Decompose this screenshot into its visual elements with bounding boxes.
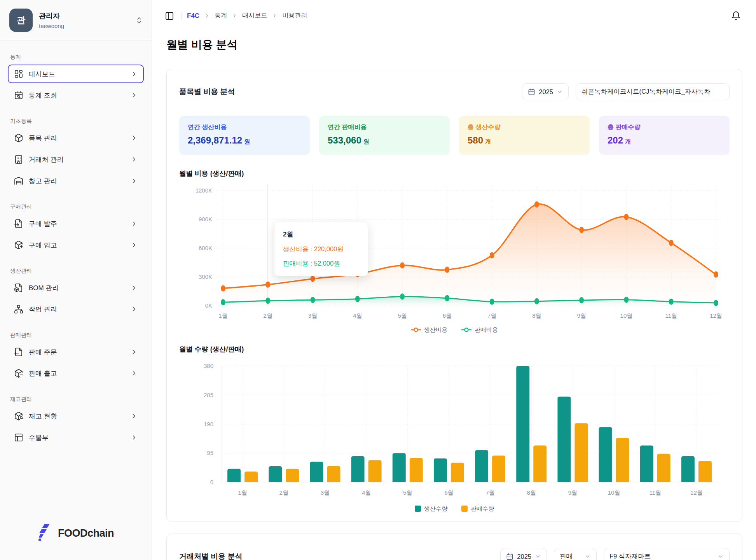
item-cost-card: 품목별 비용 분석 2025 쉬폰녹차케이크시트(CJ녹차케이크_자사녹차 xyxy=(166,69,742,522)
sidebar-item-label: 구매 입고 xyxy=(29,241,125,250)
nav-section-label: 판매관리 xyxy=(10,332,141,339)
sidebar-item-label: 재고 현황 xyxy=(29,412,125,421)
svg-text:6월: 6월 xyxy=(444,489,453,496)
sidebar-item-dashboard[interactable]: 대시보드 xyxy=(8,65,144,83)
item-select[interactable]: 쉬폰녹차케이크시트(CJ녹차케이크_자사녹차 xyxy=(576,83,730,100)
warehouse-icon xyxy=(14,176,23,186)
stat-label: 총 생산수량 xyxy=(468,123,581,131)
stat-value: 580개 xyxy=(468,135,581,146)
sidebar-item-purchase-inbound[interactable]: 구매 입고 xyxy=(8,236,144,254)
file-output-icon xyxy=(14,347,23,357)
sidebar-item-label: 수불부 xyxy=(29,433,125,442)
sidebar-item-client-management[interactable]: 거래처 관리 xyxy=(8,150,144,169)
sidebar-item-purchase-order[interactable]: 구매 발주 xyxy=(8,214,144,233)
breadcrumb-item[interactable]: 비용관리 xyxy=(282,12,307,20)
sidebar-item-ledger[interactable]: 수불부 xyxy=(8,428,144,447)
stat-unit: 원 xyxy=(244,138,250,145)
svg-text:11월: 11월 xyxy=(649,489,661,496)
svg-text:2월: 2월 xyxy=(264,312,272,319)
sidebar-item-stats-query[interactable]: 통계 조회 xyxy=(8,86,144,105)
chevron-right-icon xyxy=(131,156,138,163)
nav-section-label: 기초등록 xyxy=(10,118,141,125)
tooltip-production-cost: 생산비용 : 220,000원 xyxy=(283,244,359,254)
chevron-right-icon xyxy=(131,370,138,377)
chevron-down-icon xyxy=(585,553,591,560)
calendar-icon xyxy=(506,553,513,560)
notifications-button[interactable] xyxy=(730,9,742,22)
app-root: 관 관리자 taewoong 통계대시보드통계 조회기초등록품목 관리거래처 관… xyxy=(0,0,756,560)
line-chart-canvas: 0K300K600K900K1200K1월2월3월4월5월6월7월8월9월10월… xyxy=(179,179,730,338)
year-select[interactable]: 2025 xyxy=(522,83,569,100)
chevron-right-icon xyxy=(131,92,138,99)
sidebar-item-label: 대시보드 xyxy=(29,70,125,79)
stat-card-1: 연간 판매비용533,060원 xyxy=(319,116,450,155)
stat-card-0: 연간 생산비용2,369,871.12원 xyxy=(179,116,310,155)
svg-text:12월: 12월 xyxy=(690,489,703,496)
svg-text:12월: 12월 xyxy=(710,312,722,319)
main-content: F4C 통계대시보드비용관리 월별 비용 분석 품목별 비용 분석 2025 xyxy=(152,0,756,560)
svg-text:3월: 3월 xyxy=(321,489,330,496)
stat-card-2: 총 생산수량580개 xyxy=(459,116,590,155)
package-plus-icon xyxy=(14,240,23,250)
monthly-qty-chart[interactable]: 0951902853801월2월3월4월5월6월7월8월9월10월11월12월생… xyxy=(179,355,730,516)
svg-text:1200K: 1200K xyxy=(196,187,212,194)
svg-text:생산수량: 생산수량 xyxy=(424,505,448,512)
chevron-down-icon xyxy=(557,89,563,95)
svg-text:1월: 1월 xyxy=(238,489,247,496)
user-menu[interactable]: 관 관리자 taewoong xyxy=(9,9,143,32)
breadcrumb-item[interactable]: 통계 xyxy=(215,12,227,20)
sidebar-item-sales-outbound[interactable]: 판매 출고 xyxy=(8,364,144,383)
package-search-icon xyxy=(14,411,23,421)
sidebar-item-label: 판매 출고 xyxy=(29,369,125,378)
chevron-right-icon xyxy=(131,70,138,77)
sidebar-item-inventory-status[interactable]: 재고 현황 xyxy=(8,407,144,425)
sidebar-item-item-management[interactable]: 품목 관리 xyxy=(8,129,144,147)
sidebar-toggle-button[interactable] xyxy=(163,10,176,22)
chevron-right-icon xyxy=(131,413,138,420)
card-title: 품목별 비용 분석 xyxy=(179,87,235,97)
stat-value: 533,060원 xyxy=(328,135,441,146)
monthly-cost-chart[interactable]: 0K300K600K900K1200K1월2월3월4월5월6월7월8월9월10월… xyxy=(179,179,730,338)
chevron-right-icon xyxy=(131,434,138,441)
sidebar-item-label: 통계 조회 xyxy=(29,91,125,100)
client-year-value: 2025 xyxy=(517,553,531,560)
sidebar-item-bom-management[interactable]: BOM 관리 xyxy=(8,278,144,297)
sidebar-item-sales-order[interactable]: 판매 주문 xyxy=(8,343,144,361)
stat-cards: 연간 생산비용2,369,871.12원연간 판매비용533,060원총 생산수… xyxy=(179,116,730,155)
sidebar-item-warehouse-management[interactable]: 창고 관리 xyxy=(8,172,144,190)
building-icon xyxy=(14,155,23,164)
svg-text:900K: 900K xyxy=(199,216,212,222)
svg-text:8월: 8월 xyxy=(532,312,541,319)
stat-card-3: 총 판매수량202개 xyxy=(599,116,730,155)
sidebar-item-label: 구매 발주 xyxy=(29,219,125,228)
tooltip-month: 2월 xyxy=(283,230,359,239)
item-cost-card-header: 품목별 비용 분석 2025 쉬폰녹차케이크시트(CJ녹차케이크_자사녹차 xyxy=(179,83,730,100)
sidebar-item-work-management[interactable]: 작업 관리 xyxy=(8,300,144,318)
breadcrumb-item[interactable]: 대시보드 xyxy=(242,12,267,20)
svg-text:8월: 8월 xyxy=(527,489,536,496)
svg-text:판매수량: 판매수량 xyxy=(471,505,494,512)
svg-text:380: 380 xyxy=(204,362,213,369)
file-box-icon xyxy=(14,283,23,292)
breadcrumb-brand[interactable]: F4C xyxy=(187,12,199,20)
chevron-down-icon xyxy=(718,553,724,560)
svg-text:600K: 600K xyxy=(199,245,212,251)
bar-chart-title: 월별 수량 (생산/판매) xyxy=(179,345,730,354)
sidebar-item-label: 작업 관리 xyxy=(29,305,125,314)
sidebar-nav: 통계대시보드통계 조회기초등록품목 관리거래처 관리창고 관리구매관리구매 발주… xyxy=(0,40,152,508)
chevron-right-icon xyxy=(131,306,138,313)
svg-text:2월: 2월 xyxy=(279,489,288,496)
client-year-select[interactable]: 2025 xyxy=(500,548,547,560)
breadcrumb: F4C 통계대시보드비용관리 xyxy=(187,12,307,20)
calendar-icon xyxy=(528,88,535,96)
stat-value: 2,369,871.12원 xyxy=(188,135,301,146)
svg-text:0: 0 xyxy=(210,479,213,485)
svg-text:3월: 3월 xyxy=(308,312,317,319)
dashboard-icon xyxy=(14,69,23,79)
trade-type-select[interactable]: 판매 xyxy=(554,548,597,560)
stat-label: 연간 생산비용 xyxy=(188,123,301,131)
file-input-icon xyxy=(14,219,23,228)
calendar-search-icon xyxy=(14,91,23,100)
client-select[interactable]: F9 식자재마트 xyxy=(604,548,730,560)
chevron-right-icon xyxy=(131,220,138,227)
